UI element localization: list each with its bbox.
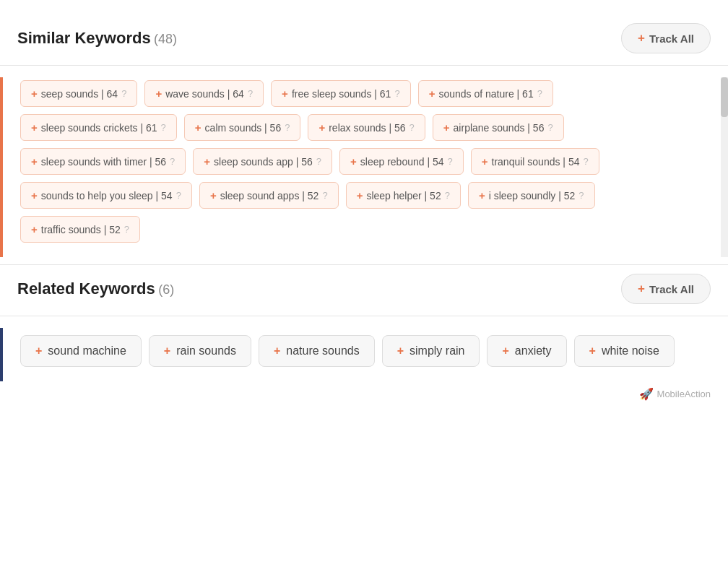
similar-keywords-section: Similar Keywords (48) + Track All + seep… bbox=[0, 0, 728, 257]
related-track-all-button[interactable]: + Track All bbox=[621, 274, 711, 304]
keyword-chip[interactable]: + i sleep soundly | 52 ? bbox=[468, 182, 595, 209]
related-keywords-header: Related Keywords (6) + Track All bbox=[0, 265, 728, 316]
similar-track-all-button[interactable]: + Track All bbox=[621, 23, 711, 53]
keyword-chip[interactable]: + tranquil sounds | 54 ? bbox=[471, 148, 599, 175]
keyword-chip[interactable]: + sleep helper | 52 ? bbox=[346, 182, 461, 209]
similar-keywords-header: Similar Keywords (48) + Track All bbox=[0, 14, 728, 65]
keyword-chip[interactable]: + sleep sounds crickets | 61 ? bbox=[20, 114, 177, 141]
similar-keywords-title: Similar Keywords (48) bbox=[17, 29, 177, 48]
keyword-chip[interactable]: + calm sounds | 56 ? bbox=[184, 114, 301, 141]
keyword-chip[interactable]: + traffic sounds | 52 ? bbox=[20, 216, 140, 243]
related-chip-rain-sounds[interactable]: + rain sounds bbox=[149, 335, 251, 367]
related-chip-sound-machine[interactable]: + sound machine bbox=[20, 335, 142, 367]
related-chip-anxiety[interactable]: + anxiety bbox=[487, 335, 566, 367]
keyword-chip[interactable]: + sounds to help you sleep | 54 ? bbox=[20, 182, 192, 209]
related-keywords-list: + sound machine + rain sounds + nature s… bbox=[3, 328, 728, 381]
related-chip-nature-sounds[interactable]: + nature sounds bbox=[259, 335, 375, 367]
keyword-chip[interactable]: + sleep sounds app | 56 ? bbox=[193, 148, 332, 175]
keyword-chip[interactable]: + airplane sounds | 56 ? bbox=[433, 114, 564, 141]
keyword-chip[interactable]: + sleep sounds with timer | 56 ? bbox=[20, 148, 186, 175]
related-chip-simply-rain[interactable]: + simply rain bbox=[382, 335, 480, 367]
similar-keywords-list: + seep sounds | 64 ? + wave sounds | 64 … bbox=[3, 77, 721, 257]
brand-icon: 🚀 bbox=[639, 387, 654, 401]
keyword-chip[interactable]: + relax sounds | 56 ? bbox=[308, 114, 425, 141]
brand-footer: 🚀 MobileAction bbox=[0, 381, 728, 412]
keyword-chip[interactable]: + wave sounds | 64 ? bbox=[144, 80, 264, 107]
keyword-chip[interactable]: + sounds of nature | 61 ? bbox=[418, 80, 553, 107]
keyword-chip[interactable]: + sleep rebound | 54 ? bbox=[339, 148, 464, 175]
scrollbar-track[interactable] bbox=[721, 77, 728, 257]
related-keywords-title: Related Keywords (6) bbox=[17, 280, 174, 298]
brand-name: MobileAction bbox=[657, 389, 711, 399]
keyword-chip[interactable]: + sleep sound apps | 52 ? bbox=[199, 182, 339, 209]
related-keywords-section: Related Keywords (6) + Track All + sound… bbox=[0, 264, 728, 412]
keyword-chip[interactable]: + free sleep sounds | 61 ? bbox=[271, 80, 411, 107]
related-divider bbox=[0, 316, 728, 316]
scrollbar-thumb[interactable] bbox=[721, 77, 728, 117]
keyword-chip[interactable]: + seep sounds | 64 ? bbox=[20, 80, 137, 107]
related-chip-white-noise[interactable]: + white noise bbox=[574, 335, 675, 367]
similar-divider bbox=[0, 65, 728, 66]
